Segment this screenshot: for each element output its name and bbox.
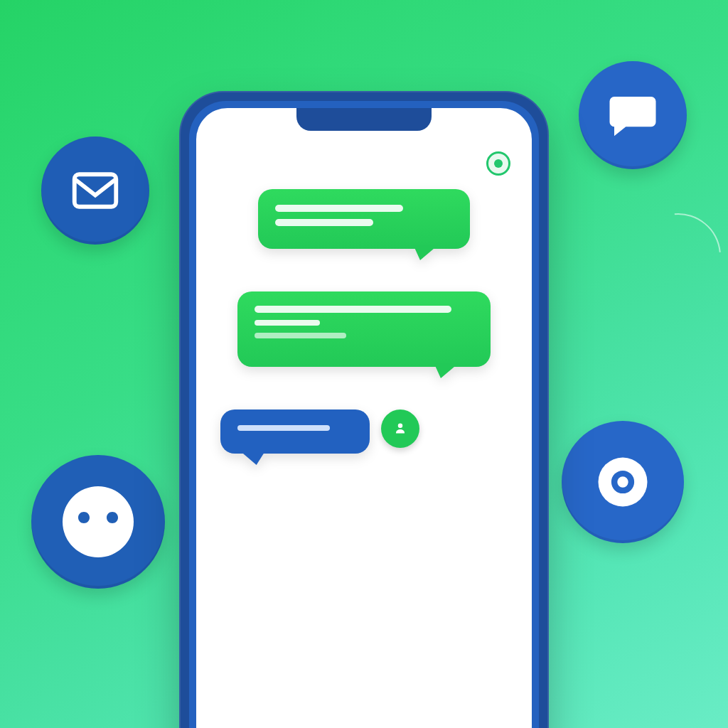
message-text-line	[275, 219, 373, 226]
svg-point-3	[617, 476, 628, 487]
message-text-line	[275, 205, 404, 212]
chat-thread	[196, 183, 532, 462]
svg-point-4	[398, 423, 403, 428]
send-icon	[391, 419, 410, 438]
message-text-line	[237, 425, 330, 431]
camera-icon	[562, 421, 684, 543]
avatar-icon[interactable]	[486, 151, 510, 176]
smiley-face-icon	[31, 455, 165, 589]
message-text-line	[255, 333, 346, 338]
message-text-line	[255, 320, 320, 326]
phone-screen	[196, 108, 532, 728]
svg-rect-0	[75, 174, 117, 207]
message-bubble-incoming[interactable]	[220, 410, 370, 454]
chat-header	[196, 144, 532, 183]
message-bubble-outgoing[interactable]	[237, 291, 491, 367]
send-button[interactable]	[381, 410, 419, 448]
phone-bezel	[189, 101, 539, 728]
message-bubble-outgoing[interactable]	[258, 189, 471, 249]
chat-bubble-icon	[579, 61, 687, 169]
phone-frame	[179, 91, 549, 728]
decorative-arc-small	[618, 196, 728, 316]
mail-icon	[41, 136, 149, 245]
phone-notch	[296, 108, 432, 131]
message-text-line	[255, 306, 451, 313]
